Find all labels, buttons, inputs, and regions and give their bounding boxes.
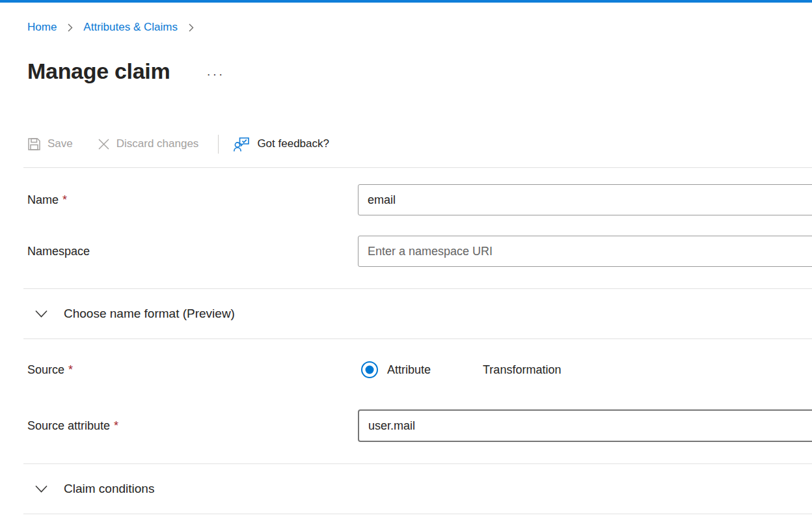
claim-conditions-section-toggle[interactable]: Claim conditions — [0, 464, 812, 514]
command-bar: Save Discard changes Got feedback? — [27, 130, 812, 158]
toolbar-divider — [218, 135, 219, 154]
more-options-button[interactable]: ··· — [206, 68, 224, 80]
page-title: Manage claim — [27, 55, 170, 87]
name-input[interactable] — [358, 184, 812, 215]
radio-selected-icon — [361, 361, 378, 378]
discard-changes-label: Discard changes — [116, 137, 199, 150]
source-field-row: Source* Attribute Transformation — [0, 359, 812, 381]
chevron-right-icon — [186, 22, 196, 33]
required-asterisk: * — [68, 363, 73, 376]
claim-conditions-section-label: Claim conditions — [64, 482, 154, 496]
source-label: Source* — [27, 363, 358, 377]
required-asterisk: * — [62, 193, 67, 206]
got-feedback-button[interactable]: Got feedback? — [233, 135, 329, 153]
source-attribute-label: Source attribute* — [27, 419, 358, 433]
save-button-label: Save — [47, 137, 73, 150]
choose-name-format-section-label: Choose name format (Preview) — [64, 307, 235, 321]
namespace-label: Namespace — [27, 245, 358, 258]
chevron-right-icon — [65, 22, 75, 33]
choose-name-format-section-toggle[interactable]: Choose name format (Preview) — [0, 289, 812, 338]
got-feedback-label: Got feedback? — [257, 137, 329, 150]
namespace-input[interactable] — [358, 236, 812, 267]
discard-changes-button[interactable]: Discard changes — [98, 137, 199, 150]
source-attribute-field-row: Source attribute* — [0, 409, 812, 442]
name-field-row: Name* — [0, 184, 812, 215]
source-transformation-radio-label: Transformation — [483, 363, 561, 377]
namespace-field-row: Namespace — [0, 236, 812, 267]
close-icon — [98, 138, 110, 150]
save-icon — [27, 137, 41, 151]
breadcrumb: Home Attributes & Claims — [27, 19, 812, 36]
radio-unselected-icon — [457, 361, 474, 378]
page-header: Manage claim ··· — [27, 55, 812, 87]
top-accent-bar — [0, 0, 812, 3]
source-attribute-combobox[interactable] — [358, 409, 812, 442]
feedback-person-icon — [233, 135, 250, 153]
chevron-down-icon — [34, 484, 48, 493]
save-button[interactable]: Save — [27, 137, 73, 151]
chevron-down-icon — [34, 309, 48, 318]
divider — [23, 514, 812, 514]
source-attribute-radio-label: Attribute — [387, 363, 431, 377]
name-label: Name* — [27, 193, 358, 207]
source-attribute-radio[interactable]: Attribute — [361, 361, 431, 378]
divider — [23, 167, 812, 168]
required-asterisk: * — [114, 419, 118, 432]
divider — [23, 338, 812, 339]
breadcrumb-attributes-claims-link[interactable]: Attributes & Claims — [83, 19, 178, 36]
source-radio-group: Attribute Transformation — [358, 361, 561, 378]
breadcrumb-home-link[interactable]: Home — [27, 19, 57, 36]
source-transformation-radio[interactable]: Transformation — [457, 361, 561, 378]
